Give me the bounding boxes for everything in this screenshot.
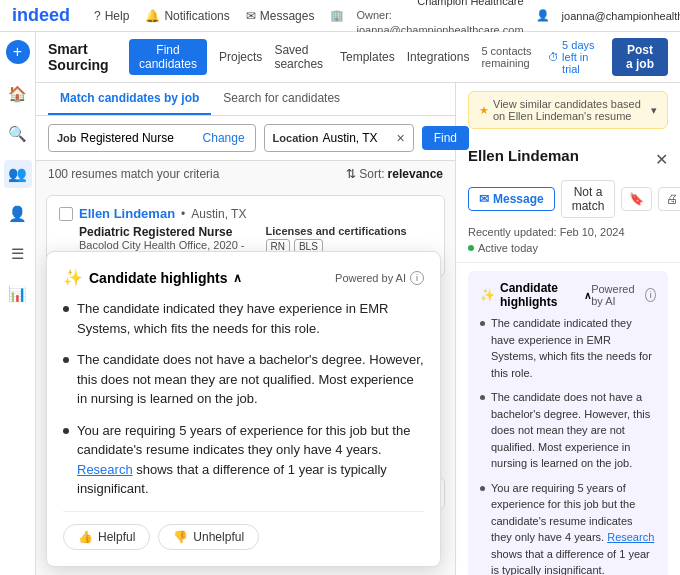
bookmark-icon: 🔖	[629, 192, 644, 206]
thumbs-up-icon: 👍	[78, 530, 93, 544]
popup-title-text: Candidate highlights	[89, 270, 227, 286]
rh-ai-badge: Powered by AI i	[591, 283, 656, 307]
similar-chevron-icon[interactable]: ▾	[651, 104, 657, 117]
print-icon: 🖨	[666, 192, 678, 206]
account-name: Champion Healthcare	[417, 0, 523, 8]
add-button[interactable]: +	[6, 40, 30, 64]
clock-icon: ⏱	[548, 51, 559, 63]
envelope-icon: ✉	[246, 9, 256, 23]
not-match-button[interactable]: Not a match	[561, 180, 616, 218]
location-input[interactable]	[322, 131, 392, 145]
rh-item-3: You are requiring 5 years of experience …	[480, 480, 656, 576]
right-actions: ✉ Message Not a match 🔖 🖨 ⬇	[468, 180, 668, 218]
job-input[interactable]	[81, 131, 201, 145]
powered-by-label: Powered by AI	[335, 272, 406, 284]
find-button[interactable]: Find	[422, 126, 469, 150]
mail-icon: ✉	[479, 192, 489, 206]
rh-bullet-1	[480, 321, 485, 326]
bullet-1	[63, 306, 69, 312]
post-job-button[interactable]: Post a job	[612, 38, 668, 76]
candidate-name-1[interactable]: Ellen Lindeman	[79, 206, 175, 221]
research-link[interactable]: Research	[77, 462, 133, 477]
unhelpful-label: Unhelpful	[193, 530, 244, 544]
sort-label: Sort:	[359, 167, 384, 181]
right-panel-header: Ellen Lindeman ✕ ✉ Message Not a match 🔖	[456, 137, 680, 263]
user-icon: 👤	[536, 9, 550, 22]
unhelpful-button[interactable]: 👎 Unhelpful	[158, 524, 259, 550]
bullet3-pre: You are requiring 5 years of experience …	[77, 423, 410, 458]
active-green-dot	[468, 245, 474, 251]
tab-bar: Match candidates by job Search for candi…	[36, 83, 455, 116]
rh-powered-by: Powered by AI	[591, 283, 642, 307]
message-button[interactable]: ✉ Message	[468, 187, 555, 211]
stats-icon[interactable]: 📊	[4, 280, 32, 308]
help-icon: ?	[94, 9, 101, 23]
person-icon[interactable]: 👤	[4, 200, 32, 228]
popup-actions: 👍 Helpful 👎 Unhelpful	[63, 511, 424, 550]
similar-banner: ★ View similar candidates based on Ellen…	[468, 91, 668, 129]
rh-title-text: Candidate highlights	[500, 281, 579, 309]
rh-bullet-2	[480, 395, 485, 400]
info-icon[interactable]: i	[410, 271, 424, 285]
similar-banner-text: ★ View similar candidates based on Ellen…	[479, 98, 651, 122]
rh-text-1: The candidate indicated they have experi…	[491, 315, 656, 381]
job-label: Job	[57, 132, 77, 144]
help-nav-item[interactable]: ? Help	[94, 9, 129, 23]
print-button[interactable]: 🖨	[658, 187, 680, 211]
close-icon[interactable]: ✕	[655, 150, 668, 169]
license-label: Licenses and certifications	[266, 225, 433, 237]
left-panel: Match candidates by job Search for candi…	[36, 83, 456, 575]
notifications-nav-item[interactable]: 🔔 Notifications	[145, 9, 229, 23]
rh-bullet3-post: shows that a difference of 1 year is typ…	[491, 548, 650, 576]
find-candidates-button[interactable]: Find candidates	[129, 39, 207, 75]
candidate-checkbox[interactable]	[59, 207, 73, 221]
top-navbar: indeed ? Help 🔔 Notifications ✉ Messages…	[0, 0, 680, 32]
help-label: Help	[105, 9, 130, 23]
indeed-logo: indeed	[12, 5, 70, 26]
tab-match-by-job[interactable]: Match candidates by job	[48, 83, 211, 115]
highlight-text-3: You are requiring 5 years of experience …	[77, 421, 424, 499]
change-button[interactable]: Change	[201, 131, 247, 145]
home-icon[interactable]: 🏠	[4, 80, 32, 108]
rh-header: ✨ Candidate highlights ∧ Powered by AI i	[480, 281, 656, 309]
rh-info-icon[interactable]: i	[645, 288, 656, 302]
active-text-right: Active today	[478, 242, 538, 254]
highlight-item-3: You are requiring 5 years of experience …	[63, 421, 424, 499]
notifications-label: Notifications	[164, 9, 229, 23]
sort-button[interactable]: ⇅ Sort: relevance	[346, 167, 443, 181]
sparkle-icon-right: ✨	[480, 288, 495, 302]
results-count: 100 resumes match your criteria	[48, 167, 219, 181]
saved-searches-link[interactable]: Saved searches	[274, 43, 328, 71]
sort-value: relevance	[388, 167, 443, 181]
tab-search-candidates[interactable]: Search for candidates	[211, 83, 352, 115]
highlight-item-1: The candidate indicated they have experi…	[63, 299, 424, 338]
clear-location-button[interactable]: ×	[396, 130, 404, 146]
active-status: Active today	[468, 242, 668, 254]
popup-header: ✨ Candidate highlights ∧ Powered by AI i	[63, 268, 424, 287]
rh-list: The candidate indicated they have experi…	[480, 315, 656, 575]
projects-link[interactable]: Projects	[219, 50, 262, 64]
templates-link[interactable]: Templates	[340, 50, 395, 64]
search-bar: Job Change Location × Find	[36, 116, 455, 161]
rh-research-link[interactable]: Research	[607, 531, 654, 543]
contacts-remaining: 5 contacts remaining	[481, 45, 538, 69]
helpful-label: Helpful	[98, 530, 135, 544]
search-icon[interactable]: 🔍	[4, 120, 32, 148]
messages-nav-item[interactable]: ✉ Messages	[246, 9, 315, 23]
rh-text-2: The candidate does not have a bachelor's…	[491, 389, 656, 472]
helpful-button[interactable]: 👍 Helpful	[63, 524, 150, 550]
highlight-item-2: The candidate does not have a bachelor's…	[63, 350, 424, 409]
candidates-icon[interactable]: 👥	[4, 160, 32, 188]
candidate-location-1: •	[181, 207, 185, 221]
save-profile-button[interactable]: 🔖	[621, 187, 652, 211]
right-highlights-section: ✨ Candidate highlights ∧ Powered by AI i	[468, 271, 668, 575]
ai-badge: Powered by AI i	[335, 271, 424, 285]
list-icon[interactable]: ☰	[4, 240, 32, 268]
messages-label: Messages	[260, 9, 315, 23]
sub-header: Smart Sourcing Find candidates Projects …	[36, 32, 680, 83]
similar-banner-container: ★ View similar candidates based on Ellen…	[456, 83, 680, 137]
integrations-link[interactable]: Integrations	[407, 50, 470, 64]
bullet-3	[63, 428, 69, 434]
job-field: Job Change	[48, 124, 256, 152]
candidate-job-title: Pediatric Registered Nurse	[79, 225, 246, 239]
